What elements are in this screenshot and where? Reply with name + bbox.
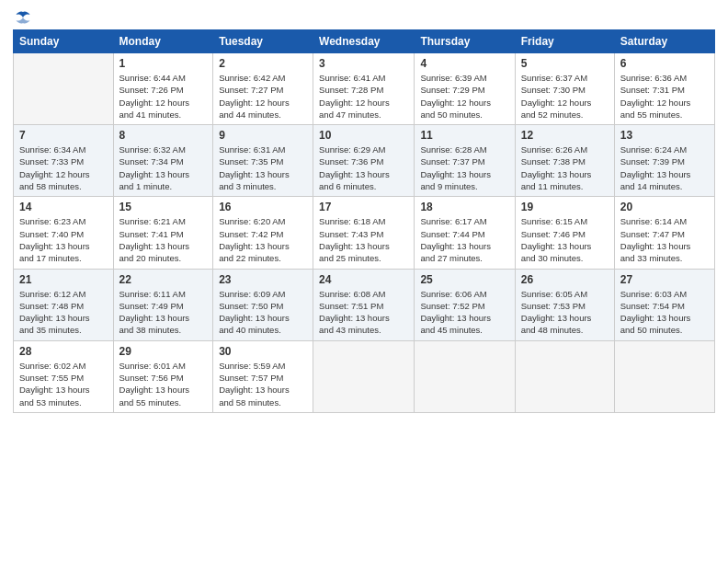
day-info: Sunrise: 6:28 AM Sunset: 7:37 PM Dayligh… <box>420 144 508 192</box>
calendar-day-cell: 17Sunrise: 6:18 AM Sunset: 7:43 PM Dayli… <box>313 197 415 269</box>
day-info: Sunrise: 6:31 AM Sunset: 7:35 PM Dayligh… <box>219 144 307 192</box>
day-info: Sunrise: 6:05 AM Sunset: 7:53 PM Dayligh… <box>521 288 609 337</box>
day-number: 6 <box>620 57 709 70</box>
day-number: 28 <box>19 345 108 358</box>
day-number: 3 <box>319 57 408 70</box>
calendar-week-row: 7Sunrise: 6:34 AM Sunset: 7:33 PM Daylig… <box>14 125 715 197</box>
calendar-day-cell: 21Sunrise: 6:12 AM Sunset: 7:48 PM Dayli… <box>14 269 114 340</box>
day-number: 11 <box>420 129 508 142</box>
day-info: Sunrise: 6:21 AM Sunset: 7:41 PM Dayligh… <box>119 215 208 264</box>
day-number: 9 <box>219 129 307 142</box>
day-number: 4 <box>420 57 508 70</box>
calendar-day-header: Friday <box>515 30 614 53</box>
day-number: 12 <box>521 129 609 142</box>
calendar-day-header: Tuesday <box>213 30 313 53</box>
day-info: Sunrise: 6:15 AM Sunset: 7:46 PM Dayligh… <box>521 215 609 264</box>
calendar-day-cell <box>14 53 114 125</box>
calendar-day-cell: 27Sunrise: 6:03 AM Sunset: 7:54 PM Dayli… <box>614 269 714 340</box>
day-info: Sunrise: 6:01 AM Sunset: 7:56 PM Dayligh… <box>119 360 208 408</box>
day-info: Sunrise: 6:20 AM Sunset: 7:42 PM Dayligh… <box>219 215 307 264</box>
calendar-day-cell: 7Sunrise: 6:34 AM Sunset: 7:33 PM Daylig… <box>14 125 114 197</box>
calendar-day-cell: 22Sunrise: 6:11 AM Sunset: 7:49 PM Dayli… <box>113 269 213 340</box>
calendar-day-cell: 8Sunrise: 6:32 AM Sunset: 7:34 PM Daylig… <box>113 125 213 197</box>
day-number: 15 <box>119 201 208 213</box>
day-info: Sunrise: 6:08 AM Sunset: 7:51 PM Dayligh… <box>319 288 408 337</box>
day-info: Sunrise: 6:11 AM Sunset: 7:49 PM Dayligh… <box>119 288 208 337</box>
day-info: Sunrise: 6:34 AM Sunset: 7:33 PM Dayligh… <box>19 144 108 192</box>
day-number: 29 <box>119 345 208 358</box>
calendar-day-cell <box>515 340 614 412</box>
day-info: Sunrise: 6:23 AM Sunset: 7:40 PM Dayligh… <box>19 215 108 264</box>
day-number: 8 <box>119 129 208 142</box>
day-info: Sunrise: 6:32 AM Sunset: 7:34 PM Dayligh… <box>119 144 208 192</box>
calendar-day-cell: 5Sunrise: 6:37 AM Sunset: 7:30 PM Daylig… <box>515 53 614 125</box>
calendar-day-header: Sunday <box>14 30 114 53</box>
day-number: 14 <box>19 201 108 213</box>
day-info: Sunrise: 6:12 AM Sunset: 7:48 PM Dayligh… <box>19 288 108 337</box>
day-info: Sunrise: 5:59 AM Sunset: 7:57 PM Dayligh… <box>219 360 307 408</box>
day-number: 13 <box>620 129 709 142</box>
day-number: 19 <box>521 201 609 213</box>
day-number: 25 <box>420 273 508 286</box>
calendar-day-cell: 26Sunrise: 6:05 AM Sunset: 7:53 PM Dayli… <box>515 269 614 340</box>
day-info: Sunrise: 6:24 AM Sunset: 7:39 PM Dayligh… <box>620 144 709 192</box>
day-info: Sunrise: 6:26 AM Sunset: 7:38 PM Dayligh… <box>521 144 609 192</box>
day-info: Sunrise: 6:02 AM Sunset: 7:55 PM Dayligh… <box>19 360 108 408</box>
day-number: 22 <box>119 273 208 286</box>
logo <box>13 9 31 22</box>
calendar-week-row: 1Sunrise: 6:44 AM Sunset: 7:26 PM Daylig… <box>14 53 715 125</box>
calendar-day-header: Saturday <box>614 30 714 53</box>
day-number: 2 <box>219 57 307 70</box>
calendar-day-cell: 12Sunrise: 6:26 AM Sunset: 7:38 PM Dayli… <box>515 125 614 197</box>
calendar-day-cell: 11Sunrise: 6:28 AM Sunset: 7:37 PM Dayli… <box>415 125 515 197</box>
day-info: Sunrise: 6:14 AM Sunset: 7:47 PM Dayligh… <box>620 215 709 264</box>
day-number: 21 <box>19 273 108 286</box>
day-number: 30 <box>219 345 307 358</box>
calendar-day-cell: 19Sunrise: 6:15 AM Sunset: 7:46 PM Dayli… <box>515 197 614 269</box>
day-info: Sunrise: 6:42 AM Sunset: 7:27 PM Dayligh… <box>219 72 307 121</box>
calendar-page: SundayMondayTuesdayWednesdayThursdayFrid… <box>0 0 728 563</box>
calendar-day-cell <box>415 340 515 412</box>
day-info: Sunrise: 6:09 AM Sunset: 7:50 PM Dayligh… <box>219 288 307 337</box>
day-number: 5 <box>521 57 609 70</box>
calendar-day-header: Monday <box>113 30 213 53</box>
header <box>13 9 715 22</box>
day-number: 27 <box>620 273 709 286</box>
calendar-table: SundayMondayTuesdayWednesdayThursdayFrid… <box>13 29 715 413</box>
calendar-day-cell: 1Sunrise: 6:44 AM Sunset: 7:26 PM Daylig… <box>113 53 213 125</box>
calendar-day-cell: 15Sunrise: 6:21 AM Sunset: 7:41 PM Dayli… <box>113 197 213 269</box>
calendar-day-cell: 9Sunrise: 6:31 AM Sunset: 7:35 PM Daylig… <box>213 125 313 197</box>
calendar-day-cell: 10Sunrise: 6:29 AM Sunset: 7:36 PM Dayli… <box>313 125 415 197</box>
calendar-day-cell: 14Sunrise: 6:23 AM Sunset: 7:40 PM Dayli… <box>14 197 114 269</box>
calendar-day-cell: 13Sunrise: 6:24 AM Sunset: 7:39 PM Dayli… <box>614 125 714 197</box>
calendar-day-cell: 18Sunrise: 6:17 AM Sunset: 7:44 PM Dayli… <box>415 197 515 269</box>
calendar-day-header: Wednesday <box>313 30 415 53</box>
calendar-day-cell: 29Sunrise: 6:01 AM Sunset: 7:56 PM Dayli… <box>113 340 213 412</box>
day-number: 7 <box>19 129 108 142</box>
day-number: 23 <box>219 273 307 286</box>
calendar-day-cell: 4Sunrise: 6:39 AM Sunset: 7:29 PM Daylig… <box>415 53 515 125</box>
calendar-day-cell: 23Sunrise: 6:09 AM Sunset: 7:50 PM Dayli… <box>213 269 313 340</box>
calendar-day-cell: 3Sunrise: 6:41 AM Sunset: 7:28 PM Daylig… <box>313 53 415 125</box>
calendar-day-header: Thursday <box>415 30 515 53</box>
calendar-day-cell: 16Sunrise: 6:20 AM Sunset: 7:42 PM Dayli… <box>213 197 313 269</box>
day-number: 18 <box>420 201 508 213</box>
day-info: Sunrise: 6:36 AM Sunset: 7:31 PM Dayligh… <box>620 72 709 121</box>
day-number: 1 <box>119 57 208 70</box>
calendar-day-cell: 6Sunrise: 6:36 AM Sunset: 7:31 PM Daylig… <box>614 53 714 125</box>
day-number: 16 <box>219 201 307 213</box>
day-info: Sunrise: 6:17 AM Sunset: 7:44 PM Dayligh… <box>420 215 508 264</box>
day-number: 10 <box>319 129 408 142</box>
calendar-day-cell: 28Sunrise: 6:02 AM Sunset: 7:55 PM Dayli… <box>14 340 114 412</box>
calendar-day-cell: 30Sunrise: 5:59 AM Sunset: 7:57 PM Dayli… <box>213 340 313 412</box>
calendar-week-row: 14Sunrise: 6:23 AM Sunset: 7:40 PM Dayli… <box>14 197 715 269</box>
day-info: Sunrise: 6:41 AM Sunset: 7:28 PM Dayligh… <box>319 72 408 121</box>
day-info: Sunrise: 6:03 AM Sunset: 7:54 PM Dayligh… <box>620 288 709 337</box>
day-info: Sunrise: 6:37 AM Sunset: 7:30 PM Dayligh… <box>521 72 609 121</box>
calendar-day-cell: 2Sunrise: 6:42 AM Sunset: 7:27 PM Daylig… <box>213 53 313 125</box>
calendar-week-row: 28Sunrise: 6:02 AM Sunset: 7:55 PM Dayli… <box>14 340 715 412</box>
calendar-header-row: SundayMondayTuesdayWednesdayThursdayFrid… <box>14 30 715 53</box>
day-info: Sunrise: 6:06 AM Sunset: 7:52 PM Dayligh… <box>420 288 508 337</box>
day-info: Sunrise: 6:29 AM Sunset: 7:36 PM Dayligh… <box>319 144 408 192</box>
day-number: 17 <box>319 201 408 213</box>
